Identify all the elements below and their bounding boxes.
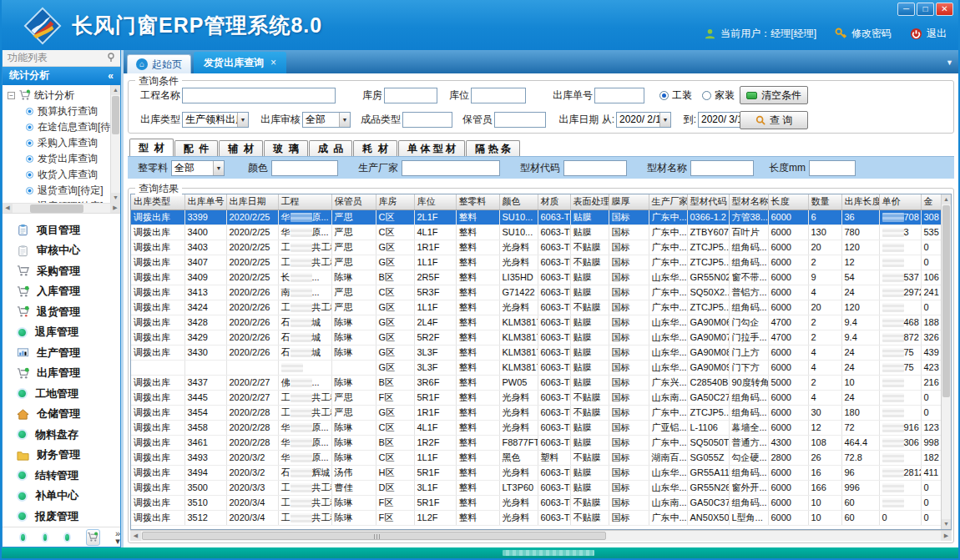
tree-expander-icon[interactable]: − [8, 92, 15, 99]
tab-close-icon[interactable]: × [270, 57, 276, 68]
table-row[interactable]: 调拨出库34302020/2/26石城陈琳G区3L3F整料KLM38176063… [131, 345, 941, 360]
column-header[interactable]: 金 [921, 194, 941, 209]
table-row[interactable]: 调拨出库34092020/2/25长...陈琳B区2R5F整料LI35HD606… [131, 270, 941, 285]
table-row[interactable]: 调拨出库34292020/2/26石城陈琳G区5R2F整料KLM38176063… [131, 330, 941, 345]
tree-item-0[interactable]: 预算执行查询 [26, 103, 120, 119]
sidebar-item-1[interactable]: 审核中心 [3, 240, 120, 261]
sidebar-item-5[interactable]: 退库管理 [3, 322, 120, 343]
collapse-icon[interactable]: « [108, 70, 114, 82]
table-row[interactable]: 调拨出库34612020/2/28华原...陈琳B区1R2F整料F8877FT6… [131, 435, 941, 450]
close-button[interactable]: ✕ [936, 3, 953, 16]
column-header[interactable]: 颜色 [499, 194, 538, 209]
column-header[interactable]: 型材名称 [729, 194, 768, 209]
scrollbar-thumb[interactable] [30, 204, 83, 213]
grid-horizontal-scrollbar[interactable]: ◀ ▶ [130, 530, 952, 541]
scroll-down-icon[interactable]: ▼ [111, 193, 120, 203]
table-row[interactable]: 调拨出库34942020/3/2石辉城汤伟H区5R1F整料光身料6063-T5贴… [131, 465, 941, 480]
warehouse-input[interactable] [384, 88, 437, 103]
clear-conditions-button[interactable]: 清空条件 [740, 86, 808, 104]
more-modules-button[interactable]: »▾ [115, 530, 120, 545]
radio-industrial[interactable]: 工装 [659, 88, 692, 103]
sidebar-item-8[interactable]: 工地管理 [3, 384, 120, 405]
sidebar-item-14[interactable]: 报废管理 [3, 507, 120, 527]
table-row[interactable]: 调拨出库34072020/2/25工共工程严思G区1L1F整料光身料6063-T… [131, 255, 941, 270]
column-header[interactable]: 出库单号 [184, 194, 226, 209]
project-name-input[interactable] [182, 88, 336, 103]
table-row[interactable]: 调拨出库35122020/3/4工共工程陈琳F区1L2F整料光身料6063-T5… [131, 510, 941, 525]
column-header[interactable]: 表面处理 [570, 194, 609, 209]
material-tab-0[interactable]: 型 材 [129, 139, 174, 156]
column-header[interactable]: 出库长度 [841, 194, 879, 209]
scroll-up-icon[interactable]: ▲ [942, 194, 951, 204]
tree-item-1[interactable]: 在途信息查询[待 [26, 119, 120, 135]
scroll-right-icon[interactable]: ▶ [110, 203, 120, 213]
column-header[interactable]: 膜厚 [609, 194, 649, 209]
tree-item-4[interactable]: 收货入库查询 [26, 167, 120, 183]
table-row[interactable]: 调拨出库34282020/2/26石城陈琳G区2L4F整料KLM38176063… [131, 315, 941, 330]
minimize-button[interactable]: ─ [897, 3, 915, 16]
audit-select[interactable]: 全部 ▼ [302, 112, 351, 128]
tree-item-5[interactable]: 退货查询[待定] [26, 183, 120, 199]
sidebar-item-3[interactable]: 入库管理 [3, 281, 120, 302]
table-row[interactable]: 调拨出库34372020/2/27佛...陈琳B区3R6F整料PW056063-… [131, 375, 941, 390]
sidebar-item-6[interactable]: 生产管理 [3, 343, 120, 364]
table-row[interactable]: 调拨出库34582020/2/28华原...陈琳C区4L1F整料光身料6063-… [131, 420, 941, 435]
module-cart-button[interactable] [86, 529, 100, 546]
column-header[interactable]: 单价 [879, 194, 921, 209]
logout-link[interactable]: 退出 [910, 27, 947, 41]
column-header[interactable]: 出库日期 [226, 194, 278, 209]
scrollbar-thumb[interactable] [942, 205, 950, 397]
scrollbar-thumb[interactable] [112, 96, 119, 134]
table-row[interactable]: 调拨出库35102020/3/4工共工程陈琳F区5R1F整料光身料6063-T5… [131, 495, 941, 510]
color-input[interactable] [271, 160, 338, 176]
column-header[interactable]: 工程 [278, 194, 331, 209]
whole-part-select[interactable]: 全部 ▼ [171, 160, 225, 176]
material-tab-6[interactable]: 单 体 型 材 [398, 140, 465, 156]
sidebar-item-2[interactable]: 采购管理 [3, 261, 120, 282]
material-tab-2[interactable]: 辅 材 [219, 140, 263, 156]
column-header[interactable]: 整零料 [456, 194, 499, 209]
table-row[interactable]: 调拨出库34242020/2/26工共工程严思G区1L1F整料光身料6063-T… [131, 300, 941, 315]
tree-item-3[interactable]: 发货出库查询 [26, 151, 120, 167]
column-header[interactable]: 保管员 [331, 194, 376, 209]
scroll-up-icon[interactable]: ▲ [111, 85, 120, 95]
profile-name-input[interactable] [690, 160, 754, 176]
column-header[interactable]: 材质 [538, 194, 570, 209]
sidebar-item-9[interactable]: 仓储管理 [3, 404, 120, 425]
keeper-input[interactable] [494, 112, 546, 128]
radio-home-decor[interactable]: 家装 [702, 88, 735, 103]
column-header[interactable]: 型材代码 [687, 194, 729, 209]
sidebar-item-0[interactable]: 项目管理 [3, 220, 120, 241]
pin-icon[interactable] [107, 53, 115, 63]
table-row[interactable]: G区3L3F整料KLM38176063-T5贴膜国标山东华...GA90M09.… [131, 360, 941, 375]
order-no-input[interactable] [594, 88, 644, 103]
scroll-left-icon[interactable]: ◀ [130, 531, 141, 541]
material-tab-1[interactable]: 配 件 [174, 140, 219, 156]
sidebar-section-header[interactable]: 统计分析 « [3, 67, 120, 85]
column-header[interactable]: 出库类型 [131, 194, 184, 209]
sidebar-item-10[interactable]: 物料盘存 [3, 425, 120, 446]
module-dot-icon[interactable] [63, 532, 71, 542]
column-header[interactable]: 生产厂家 [649, 194, 687, 209]
sidebar-item-11[interactable]: 财务管理 [3, 445, 120, 466]
out-type-select[interactable]: 生产领料出库 ▼ [182, 112, 249, 128]
material-tab-3[interactable]: 玻 璃 [264, 140, 308, 156]
date-from-picker[interactable]: 2020/ 2/16 ▼ [616, 112, 671, 128]
tree-vertical-scrollbar[interactable]: ▲ ▼ [110, 85, 120, 203]
tree-horizontal-scrollbar[interactable]: ◀ ▶ [3, 204, 120, 214]
table-row[interactable]: 调拨出库35002020/3/3工共工程曹佳D区3L1F整料LT3P606063… [131, 480, 941, 495]
scrollbar-thumb[interactable] [142, 532, 606, 540]
material-tab-5[interactable]: 耗 材 [353, 140, 397, 156]
sidebar-item-7[interactable]: 出库管理 [3, 363, 120, 384]
scroll-down-icon[interactable]: ▼ [942, 519, 951, 529]
length-input[interactable] [809, 160, 856, 176]
manufacturer-input[interactable] [402, 160, 500, 176]
column-header[interactable]: 长度 [768, 194, 808, 209]
table-row[interactable]: 调拨出库34452020/2/27工共工程严思F区5R1F整料光身料6063-T… [131, 390, 941, 405]
search-button[interactable]: 查 询 [740, 111, 808, 129]
grid-vertical-scrollbar[interactable]: ▲ ▼ [941, 194, 951, 529]
column-header[interactable]: 库位 [414, 194, 456, 209]
location-input[interactable] [471, 88, 526, 103]
table-row[interactable]: 调拨出库34002020/2/25华原...严思C区4L1F整料SU10...6… [131, 225, 941, 240]
sidebar-item-12[interactable]: 结转管理 [3, 466, 120, 487]
